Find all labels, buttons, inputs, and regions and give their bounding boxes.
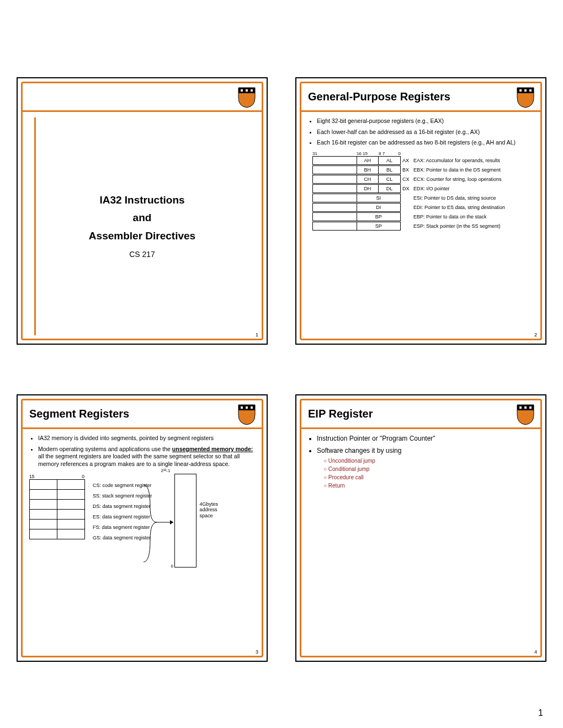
slide-number: 4 bbox=[534, 649, 537, 655]
bit-label: 0 bbox=[392, 151, 401, 156]
slide-number: 3 bbox=[256, 649, 258, 655]
sub-bullet: Unconditional jump bbox=[323, 457, 534, 464]
bit-label: 15 bbox=[29, 474, 57, 479]
seg-cell bbox=[57, 529, 85, 539]
bit-label: 31 bbox=[312, 151, 357, 156]
segment-diagram: 15 0 CS: code segment registerSS: stack … bbox=[29, 474, 255, 568]
seg-cell bbox=[57, 499, 85, 509]
seg-cell bbox=[57, 489, 85, 499]
register-row: SIESI: Pointer to DS data, string source bbox=[308, 194, 534, 203]
seg-cell bbox=[30, 479, 57, 489]
reg-desc: EDI: Pointer to ES data, string destinat… bbox=[413, 205, 505, 210]
register-row: CHCLCXECX: Counter for string, loop oper… bbox=[308, 175, 534, 184]
reg-desc: EBP: Pointer to data on the stack bbox=[413, 214, 487, 220]
segment-table bbox=[29, 479, 85, 539]
reg-16: SP bbox=[357, 222, 401, 230]
svg-rect-15 bbox=[519, 406, 522, 409]
text: all the segment registers are loaded wit… bbox=[38, 453, 240, 467]
princeton-crest-icon bbox=[237, 404, 256, 426]
reg-low: DL bbox=[379, 185, 400, 192]
svg-rect-2 bbox=[246, 89, 248, 92]
reg-desc: EBX: Pointer to data in the DS segment bbox=[413, 167, 501, 173]
slide-number: 2 bbox=[534, 332, 537, 338]
sub-bullet: Return bbox=[323, 482, 534, 489]
slide-2: General-Purpose Registers Eight 32-bit g… bbox=[295, 77, 546, 345]
title-block: IA32 Instructions and Assembler Directiv… bbox=[23, 112, 262, 339]
svg-rect-10 bbox=[246, 406, 248, 409]
brace-icon bbox=[142, 479, 176, 568]
reg-desc: EAX: Accumulator for operands, results bbox=[413, 158, 500, 163]
seg-cell bbox=[30, 489, 57, 499]
svg-rect-9 bbox=[241, 406, 243, 409]
reg-16name: DX bbox=[402, 186, 411, 191]
svg-marker-13 bbox=[170, 520, 173, 524]
reg-desc: ESP: Stack pointer (in the SS segment) bbox=[413, 223, 501, 229]
svg-rect-6 bbox=[524, 89, 527, 92]
bullet: Each 16-bit register can be addressed as… bbox=[317, 139, 534, 147]
seg-cell bbox=[30, 509, 57, 519]
bullet: Eight 32-bit general-purpose registers (… bbox=[317, 117, 534, 125]
slide-title: EIP Register bbox=[308, 408, 373, 420]
reg-desc: ESI: Pointer to DS data, string source bbox=[413, 195, 496, 201]
svg-rect-17 bbox=[529, 406, 532, 409]
reg-high: DH bbox=[357, 185, 379, 192]
bit-label: 16 15 bbox=[357, 151, 379, 156]
svg-rect-5 bbox=[519, 89, 522, 92]
svg-rect-3 bbox=[251, 89, 253, 92]
princeton-crest-icon bbox=[516, 87, 535, 109]
text: unsegmented memory mode: bbox=[172, 446, 253, 452]
register-table: 31 16 15 8 7 0 AHALAXEAX: Accumulator fo… bbox=[308, 151, 534, 231]
sub-bullet: Conditional jump bbox=[323, 465, 534, 473]
reg-high: AH bbox=[357, 157, 379, 164]
address-space-label: 4Gbytes address space bbox=[200, 501, 219, 519]
register-row: DIEDI: Pointer to ES data, string destin… bbox=[308, 203, 534, 212]
seg-cell bbox=[30, 519, 57, 529]
text: Modern operating systems and application… bbox=[38, 446, 172, 452]
register-row: AHALAXEAX: Accumulator for operands, res… bbox=[308, 156, 534, 165]
register-row: BPEBP: Pointer to data on the stack bbox=[308, 212, 534, 222]
svg-rect-11 bbox=[251, 406, 253, 409]
svg-rect-1 bbox=[241, 89, 243, 92]
seg-cell bbox=[57, 519, 85, 529]
slide-title: General-Purpose Registers bbox=[308, 90, 450, 103]
page-number: 1 bbox=[538, 708, 543, 718]
reg-16name: BX bbox=[402, 167, 411, 173]
bullet: Each lower-half can be addressed as a 16… bbox=[317, 129, 534, 136]
slide-title: Segment Registers bbox=[29, 408, 129, 420]
bullet: IA32 memory is divided into segments, po… bbox=[38, 435, 255, 442]
text: space bbox=[200, 513, 219, 519]
text: address bbox=[200, 507, 219, 513]
sub-bullet: Procedure call bbox=[323, 474, 534, 481]
reg-low: CL bbox=[379, 175, 400, 183]
course-code: CS 217 bbox=[129, 250, 155, 259]
title-line-1: IA32 Instructions bbox=[99, 192, 184, 208]
svg-rect-16 bbox=[524, 406, 527, 409]
slide-number: 1 bbox=[256, 332, 258, 338]
bullet: Instruction Pointer or "Program Counter" bbox=[317, 435, 534, 443]
princeton-crest-icon bbox=[237, 87, 256, 109]
princeton-crest-icon bbox=[516, 404, 535, 426]
reg-high: CH bbox=[357, 175, 379, 183]
register-row: DHDLDXEDX: I/O pointer bbox=[308, 184, 534, 194]
address-space-box bbox=[174, 474, 196, 568]
text: Software changes it by using bbox=[317, 447, 401, 454]
reg-16: SI bbox=[357, 194, 401, 202]
bullet: Software changes it by using Uncondition… bbox=[317, 447, 534, 490]
reg-16name: CX bbox=[402, 176, 411, 182]
reg-16: BP bbox=[357, 213, 401, 221]
slide-3: Segment Registers IA32 memory is divided… bbox=[17, 394, 268, 662]
register-row: BHBLBXEBX: Pointer to data in the DS seg… bbox=[308, 165, 534, 175]
reg-desc: EDX: I/O pointer bbox=[413, 186, 450, 191]
bit-label: 8 7 bbox=[379, 151, 392, 156]
bit-label: 0 bbox=[57, 474, 84, 479]
slide-1: IA32 Instructions and Assembler Directiv… bbox=[17, 77, 268, 345]
reg-low: BL bbox=[379, 166, 400, 174]
reg-16name: AX bbox=[402, 158, 411, 163]
reg-low: AL bbox=[379, 157, 400, 164]
slide-4: EIP Register Instruction Pointer or "Pro… bbox=[295, 394, 546, 662]
title-line-2: and bbox=[133, 210, 152, 226]
seg-cell bbox=[57, 479, 85, 489]
reg-desc: ECX: Counter for string, loop operations bbox=[413, 176, 502, 182]
text: 4Gbytes bbox=[200, 501, 219, 507]
reg-16: DI bbox=[357, 204, 401, 211]
